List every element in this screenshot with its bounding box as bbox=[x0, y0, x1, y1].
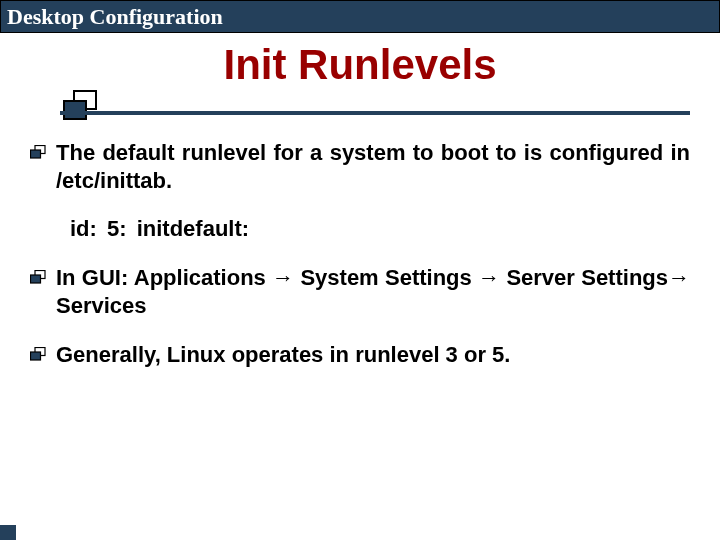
bullet-text: In GUI: Applications → System Settings →… bbox=[56, 264, 690, 319]
content-area: The default runlevel for a system to boo… bbox=[0, 129, 720, 369]
bullet-item: The default runlevel for a system to boo… bbox=[30, 139, 690, 194]
svg-rect-5 bbox=[31, 275, 41, 283]
svg-rect-3 bbox=[31, 150, 41, 158]
corner-accent bbox=[0, 525, 16, 540]
svg-rect-7 bbox=[31, 352, 41, 360]
horizontal-rule bbox=[60, 111, 690, 115]
bullet-text: The default runlevel for a system to boo… bbox=[56, 139, 690, 194]
bullet-box-icon bbox=[30, 347, 46, 361]
slide-title: Init Runlevels bbox=[0, 41, 720, 89]
code-line: id: 5: initdefault: bbox=[70, 216, 690, 242]
bullet-item: In GUI: Applications → System Settings →… bbox=[30, 264, 690, 319]
title-underline-decoration bbox=[0, 89, 720, 129]
overlapping-squares-icon bbox=[60, 89, 110, 129]
bullet-box-icon bbox=[30, 270, 46, 284]
svg-rect-1 bbox=[64, 101, 86, 119]
banner-title: Desktop Configuration bbox=[7, 4, 223, 29]
bullet-text: Generally, Linux operates in runlevel 3 … bbox=[56, 341, 690, 369]
bullet-box-icon bbox=[30, 145, 46, 159]
banner: Desktop Configuration bbox=[0, 0, 720, 33]
bullet-item: Generally, Linux operates in runlevel 3 … bbox=[30, 341, 690, 369]
